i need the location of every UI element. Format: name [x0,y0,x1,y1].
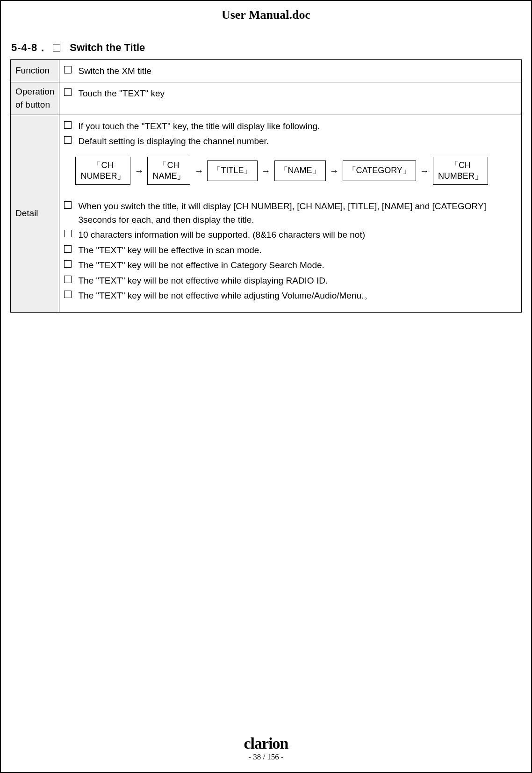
page-number: - 38 / 156 - [1,752,531,762]
section-title: Switch the Title [70,42,145,54]
flow-box: 「CATEGORY」 [343,160,416,181]
label-operation: Operation of button [11,82,59,115]
detail-bullet-text: The "TEXT" key will be not effective in … [78,258,517,272]
section-number: 5-4-8． [11,41,48,55]
detail-bullet-text: The "TEXT" key will be effective in scan… [78,243,517,257]
detail-intro-text: If you touch the "TEXT" key, the title w… [78,119,517,133]
flow-diagram: 「CH NUMBER」 → 「CH NAME」 → 「TITLE」 → 「NAM… [75,157,517,185]
detail-bullet-0: When you switch the title, it will displ… [64,199,517,226]
checkbox-icon [64,230,72,237]
detail-intro-1: Default setting is displaying the channe… [64,134,517,148]
arrow-icon: → [134,164,144,178]
checkbox-icon [64,201,72,209]
content-detail: If you touch the "TEXT" key, the title w… [59,115,522,312]
checkbox-icon [64,291,72,298]
checkbox-icon [53,44,60,51]
arrow-icon: → [194,164,203,178]
brand-logo: clarion [1,736,531,751]
checkbox-icon [64,245,72,253]
checkbox-icon [64,121,72,129]
flow-box: 「CH NUMBER」 [433,157,488,185]
row-detail: Detail If you touch the "TEXT" key, the … [11,115,522,312]
checkbox-icon [64,88,72,96]
detail-bullet-text: When you switch the title, it will displ… [78,199,517,226]
function-text: Switch the XM title [78,64,517,78]
page-footer: clarion - 38 / 156 - [1,736,531,762]
arrow-icon: → [261,164,271,178]
arrow-icon: → [420,164,429,178]
checkbox-icon [64,260,72,268]
checkbox-icon [64,66,72,73]
detail-bullet-text: 10 characters information will be suppor… [78,227,517,242]
spec-table: Function Switch the XM title Operation o… [10,59,522,313]
section-heading: 5-4-8． Switch the Title [10,41,522,55]
arrow-icon: → [330,164,339,178]
detail-intro-text: Default setting is displaying the channe… [78,134,517,148]
detail-bullet-text: The "TEXT" key will be not effective whi… [78,288,517,303]
detail-bullet-1: 10 characters information will be suppor… [64,227,517,242]
label-function: Function [11,60,59,82]
row-operation: Operation of button Touch the "TEXT" key [11,82,522,115]
row-function: Function Switch the XM title [11,60,522,82]
flow-box: 「NAME」 [274,160,326,181]
detail-bullet-text: The "TEXT" key will be not effective whi… [78,273,517,288]
label-detail: Detail [11,115,59,312]
detail-intro-0: If you touch the "TEXT" key, the title w… [64,119,517,133]
page: User Manual.doc 5-4-8． Switch the Title … [0,0,532,773]
checkbox-icon [64,136,72,144]
detail-bullet-4: The "TEXT" key will be not effective whi… [64,273,517,288]
detail-bullet-3: The "TEXT" key will be not effective in … [64,258,517,272]
flow-box: 「TITLE」 [207,160,257,181]
detail-bullet-5: The "TEXT" key will be not effective whi… [64,288,517,303]
flow-box: 「CH NUMBER」 [75,157,130,185]
doc-title: User Manual.doc [10,8,522,22]
flow-box: 「CH NAME」 [147,157,190,185]
detail-bullet-2: The "TEXT" key will be effective in scan… [64,243,517,257]
operation-text: Touch the "TEXT" key [78,86,517,101]
content-function: Switch the XM title [59,60,522,82]
checkbox-icon [64,276,72,283]
content-operation: Touch the "TEXT" key [59,82,522,115]
